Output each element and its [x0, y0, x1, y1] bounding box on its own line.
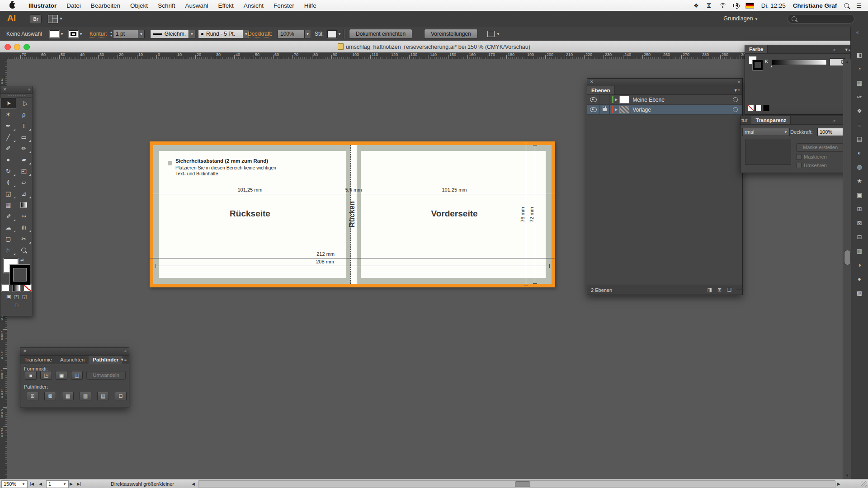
tools-collapse-icon[interactable]: »: [28, 87, 30, 92]
tab-kontur-partial[interactable]: tur: [741, 116, 751, 124]
document-setup-button[interactable]: Dokument einrichten: [349, 29, 412, 39]
pathfinder-panel-icon[interactable]: ⊟: [855, 233, 863, 241]
target-circle-icon[interactable]: [733, 107, 738, 112]
artboard-tool[interactable]: ▢: [0, 233, 16, 244]
draw-inside-icon[interactable]: ◱: [22, 294, 27, 300]
slider-marker-icon[interactable]: ▲: [770, 65, 773, 68]
links-panel-icon[interactable]: ▩: [855, 289, 863, 297]
navigator-panel-icon[interactable]: ◑: [855, 261, 863, 269]
swatches-panel-icon[interactable]: ▦: [855, 79, 863, 87]
layers-collapse-icon[interactable]: «: [738, 80, 740, 84]
color-guide-panel-icon[interactable]: ◔: [855, 65, 863, 73]
ruler-origin-corner[interactable]: [0, 52, 7, 59]
dock-expand-icon[interactable]: «: [856, 30, 859, 35]
draw-normal-icon[interactable]: ▣: [6, 294, 11, 300]
screen-mode-button[interactable]: ◻: [14, 302, 19, 308]
stroke-weight-dropdown-icon[interactable]: ▼: [138, 30, 145, 38]
scroll-up-icon[interactable]: ▲: [845, 60, 849, 64]
slice-tool[interactable]: ✂: [16, 233, 32, 244]
transparency-panel-icon[interactable]: ◐: [855, 149, 863, 157]
color-panel-icon[interactable]: ◧: [855, 51, 863, 59]
invert-checkbox[interactable]: Umkehren: [796, 163, 827, 168]
pathfinder-minus-back-button[interactable]: ⊟: [115, 392, 127, 400]
new-layer-icon[interactable]: ❏: [727, 287, 731, 293]
layer-row-meine-ebene[interactable]: ▶ Meine Ebene: [587, 95, 742, 105]
symbol-sprayer-tool[interactable]: ☁: [0, 222, 16, 233]
vertical-scroll-thumb[interactable]: [844, 250, 851, 265]
prev-artboard-icon[interactable]: ◀: [39, 479, 42, 488]
eyedropper-tool[interactable]: ✎: [0, 211, 16, 222]
menu-hilfe[interactable]: Hilfe: [299, 2, 321, 9]
shape-builder-tool[interactable]: ◱: [0, 188, 16, 199]
graphic-style-swatch[interactable]: [327, 30, 337, 38]
next-artboard-icon[interactable]: ▶: [70, 479, 73, 488]
menubar-clock[interactable]: Di. 12:25: [761, 2, 786, 9]
visibility-toggle[interactable]: [587, 95, 599, 104]
blob-brush-tool[interactable]: ●: [0, 154, 16, 165]
scroll-down-icon[interactable]: ▼: [845, 474, 849, 478]
workspace-switcher[interactable]: Grundlagen ▼: [723, 15, 758, 22]
free-transform-tool[interactable]: ▱: [16, 177, 32, 188]
vertical-scrollbar[interactable]: ▲ ▼: [843, 59, 851, 479]
tools-close-icon[interactable]: ✕: [3, 87, 7, 92]
opacity-field[interactable]: 100%: [278, 30, 305, 38]
isolate-selection-icon[interactable]: [487, 31, 495, 37]
menu-ansicht[interactable]: Ansicht: [239, 2, 269, 9]
german-flag-input-icon[interactable]: [745, 3, 754, 9]
width-profile-dropdown-icon[interactable]: ▼: [189, 30, 195, 38]
color-fill-stroke-proxy[interactable]: [749, 56, 764, 70]
pathfinder-close-icon[interactable]: ✕: [23, 349, 27, 353]
more-options-dropdown-icon[interactable]: ▼: [496, 32, 500, 36]
menu-illustrator[interactable]: Illustrator: [24, 2, 61, 9]
bridge-button[interactable]: Br: [30, 14, 42, 24]
perspective-grid-tool[interactable]: ⊿: [16, 188, 32, 199]
dropbox-icon[interactable]: ❖: [693, 2, 699, 9]
new-sublayer-icon[interactable]: ⊞: [717, 287, 722, 293]
stroke-weight-stepper[interactable]: ▲▼: [110, 30, 113, 38]
transparency-collapse-icon[interactable]: »: [833, 118, 835, 123]
target-circle-icon[interactable]: [733, 97, 738, 102]
opacity-label[interactable]: Deckkraft:: [248, 31, 272, 38]
type-tool[interactable]: T: [16, 120, 32, 131]
white-chip[interactable]: [755, 105, 762, 111]
lock-toggle[interactable]: [599, 105, 610, 114]
fill-dropdown-icon[interactable]: ▼: [60, 32, 64, 36]
menubar-user[interactable]: Christiane Graf: [793, 2, 837, 9]
horizontal-scroll-thumb[interactable]: [515, 481, 530, 487]
tab-ausrichten[interactable]: Ausrichten: [56, 356, 89, 364]
zoom-level-field[interactable]: 150%▼: [1, 480, 28, 488]
draw-behind-icon[interactable]: ◰: [14, 294, 19, 300]
selection-tool[interactable]: ➤: [0, 98, 16, 109]
spotlight-icon[interactable]: [844, 3, 849, 8]
expand-button[interactable]: Umwandeln: [86, 371, 126, 380]
style-dropdown-icon[interactable]: ▼: [338, 32, 341, 36]
menu-datei[interactable]: Datei: [61, 2, 86, 9]
tab-farbe[interactable]: Farbe: [745, 45, 768, 53]
transform-panel-icon[interactable]: ⊠: [855, 219, 863, 227]
blend-mode-dropdown[interactable]: rmal▼: [742, 128, 790, 136]
stroke-color-swatch[interactable]: [69, 30, 78, 38]
pathfinder-merge-button[interactable]: ▦: [62, 392, 74, 400]
stroke-proxy[interactable]: [10, 265, 30, 285]
none-chip[interactable]: [748, 105, 754, 111]
pathfinder-crop-button[interactable]: ▥: [80, 392, 91, 400]
scroll-left-icon[interactable]: ◀: [192, 479, 195, 488]
stroke-proxy[interactable]: [753, 60, 763, 70]
tab-transparenz[interactable]: Transparenz: [751, 116, 791, 124]
volume-icon[interactable]: [733, 3, 738, 8]
arrange-documents-dropdown-icon[interactable]: ▼: [59, 17, 63, 21]
line-segment-tool[interactable]: ╱: [0, 131, 16, 143]
gradient-tool[interactable]: [16, 199, 32, 211]
mesh-tool[interactable]: ▦: [0, 199, 16, 211]
layer-row-vorlage[interactable]: ▶ Vorlage: [587, 105, 742, 115]
pathfinder-menu-icon[interactable]: ▼≡: [120, 357, 127, 362]
fill-color-swatch[interactable]: [50, 30, 59, 38]
brush-definition[interactable]: Rund - 5 Pt.: [198, 30, 243, 38]
pathfinder-trim-button[interactable]: ⊠: [44, 392, 56, 400]
artboards-panel-icon[interactable]: ▣: [855, 191, 863, 199]
first-artboard-icon[interactable]: |◀: [30, 479, 34, 488]
color-menu-icon[interactable]: ▼≡: [844, 47, 851, 52]
zoom-tool[interactable]: [16, 244, 32, 256]
last-artboard-icon[interactable]: ▶|: [77, 479, 81, 488]
swap-fill-stroke-icon[interactable]: ⇄: [20, 258, 24, 262]
